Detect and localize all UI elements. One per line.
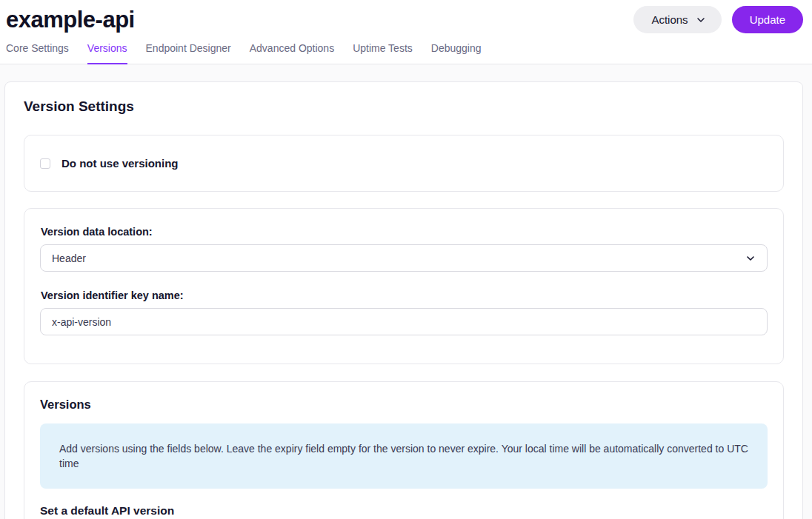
tab-bar: Core Settings Versions Endpoint Designer… bbox=[0, 33, 812, 64]
version-fields-card: Version data location: Header Version id… bbox=[24, 208, 784, 364]
chevron-down-icon bbox=[695, 14, 707, 26]
actions-button-label: Actions bbox=[651, 13, 688, 26]
app-header: example-api Actions Update bbox=[0, 0, 812, 33]
version-identifier-key-input[interactable] bbox=[40, 308, 768, 335]
do-not-use-versioning-row: Do not use versioning bbox=[40, 157, 768, 170]
versions-info-box: Add versions using the fields below. Lea… bbox=[40, 423, 768, 489]
do-not-use-versioning-checkbox[interactable] bbox=[40, 158, 50, 169]
tab-core-settings[interactable]: Core Settings bbox=[6, 41, 69, 64]
do-not-use-versioning-label[interactable]: Do not use versioning bbox=[61, 157, 179, 170]
actions-button[interactable]: Actions bbox=[633, 6, 721, 33]
tab-debugging[interactable]: Debugging bbox=[431, 41, 482, 64]
version-settings-heading: Version Settings bbox=[24, 98, 784, 115]
versions-list-card: Versions Add versions using the fields b… bbox=[24, 381, 784, 519]
update-button[interactable]: Update bbox=[732, 6, 803, 33]
header-buttons: Actions Update bbox=[633, 6, 803, 33]
tab-endpoint-designer[interactable]: Endpoint Designer bbox=[146, 41, 231, 64]
version-data-location-value: Header bbox=[52, 252, 86, 264]
version-settings-card: Version Settings Do not use versioning V… bbox=[4, 81, 803, 519]
tab-uptime-tests[interactable]: Uptime Tests bbox=[353, 41, 413, 64]
versions-heading: Versions bbox=[40, 398, 768, 412]
content-area: Version Settings Do not use versioning V… bbox=[0, 64, 812, 519]
version-data-location-label: Version data location: bbox=[41, 226, 768, 238]
tab-versions[interactable]: Versions bbox=[87, 41, 127, 64]
version-identifier-key-label: Version identifier key name: bbox=[41, 289, 768, 301]
chevron-down-icon bbox=[745, 252, 756, 264]
page-title: example-api bbox=[6, 7, 135, 33]
default-api-version-heading: Set a default API version bbox=[40, 504, 768, 518]
versioning-toggle-card: Do not use versioning bbox=[24, 135, 784, 192]
version-data-location-select[interactable]: Header bbox=[40, 244, 768, 272]
tab-advanced-options[interactable]: Advanced Options bbox=[250, 41, 334, 64]
